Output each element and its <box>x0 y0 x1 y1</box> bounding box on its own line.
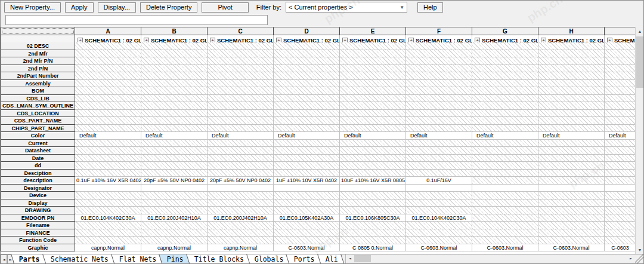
grid-cell[interactable] <box>75 95 141 103</box>
grid-cell[interactable]: Default <box>75 132 141 140</box>
grid-cell[interactable]: 10uF ±10% 16V X5R 0805 <box>340 177 406 185</box>
grid-cell[interactable] <box>75 65 141 73</box>
grid-cell[interactable] <box>538 42 605 50</box>
new-property-button[interactable]: New Property... <box>4 2 61 13</box>
grid-cell[interactable] <box>340 147 406 155</box>
grid-cell[interactable] <box>538 65 605 73</box>
grid-cell[interactable] <box>538 229 605 237</box>
grid-cell[interactable] <box>472 192 538 199</box>
grid-cell[interactable] <box>472 222 538 229</box>
column-header-E[interactable]: E <box>340 27 406 35</box>
apply-button[interactable]: Apply <box>65 2 94 13</box>
grid-cell[interactable] <box>274 50 340 58</box>
grid-cell[interactable] <box>406 147 472 155</box>
grid-cell[interactable] <box>605 207 636 214</box>
column-header-D[interactable]: D <box>274 27 340 35</box>
grid-cell[interactable] <box>340 192 406 199</box>
grid-cell[interactable]: C 0805 0.Normal <box>340 244 406 252</box>
grid-cell[interactable] <box>605 102 636 110</box>
grid-cell[interactable]: Default <box>538 132 605 140</box>
grid-cell[interactable]: Default <box>406 132 472 140</box>
grid-cell[interactable] <box>340 57 406 65</box>
grid-cell[interactable] <box>472 95 538 103</box>
grid-cell[interactable] <box>75 42 141 50</box>
row-header[interactable]: 2nd Mfr <box>1 50 75 58</box>
grid-cell[interactable] <box>75 57 141 65</box>
grid-cell[interactable] <box>472 140 538 148</box>
grid-cell[interactable] <box>340 237 406 244</box>
grid-cell[interactable] <box>75 80 141 88</box>
grid-cell[interactable] <box>340 162 406 170</box>
grid-cell[interactable] <box>605 72 636 80</box>
row-header[interactable]: Date <box>1 155 75 162</box>
grid-cell[interactable] <box>605 177 636 185</box>
grid-cell[interactable] <box>75 72 141 80</box>
grid-cell[interactable]: C-0603.Normal <box>472 244 538 252</box>
grid-cell[interactable] <box>141 237 208 244</box>
grid-cell[interactable] <box>208 140 274 148</box>
grid-cell[interactable] <box>605 155 636 162</box>
grid-cell[interactable] <box>274 170 340 177</box>
grid-cell[interactable] <box>75 185 141 192</box>
grid-cell[interactable] <box>141 162 208 170</box>
grid-cell[interactable] <box>208 72 274 80</box>
grid-cell[interactable] <box>340 50 406 58</box>
grid-cell[interactable] <box>208 87 274 95</box>
grid-cell[interactable] <box>340 199 406 207</box>
row-header[interactable]: Graphic <box>1 244 75 252</box>
grid-cell[interactable] <box>605 199 636 207</box>
grid-cell[interactable] <box>208 50 274 58</box>
grid-cell[interactable] <box>538 214 605 222</box>
grid-cell[interactable] <box>340 140 406 148</box>
grid-cell[interactable] <box>605 65 636 73</box>
grid-cell[interactable]: 20pF ±5% 50V NP0 0402 <box>208 177 274 185</box>
grid-cell[interactable] <box>472 155 538 162</box>
grid-cell[interactable] <box>274 162 340 170</box>
grid-cell[interactable] <box>472 117 538 125</box>
column-header-G[interactable]: G <box>472 27 538 35</box>
row-header[interactable]: Color <box>1 132 75 140</box>
grid-cell[interactable] <box>406 140 472 148</box>
grid-cell[interactable] <box>605 162 636 170</box>
grid-cell[interactable] <box>141 192 208 199</box>
grid-cell[interactable] <box>472 185 538 192</box>
grid-cell[interactable]: 01.EC0.200J402H10A <box>141 214 208 222</box>
grid-cell[interactable] <box>208 125 274 133</box>
grid-cell[interactable] <box>472 102 538 110</box>
grid-cell[interactable] <box>208 199 274 207</box>
grid-cell[interactable] <box>141 110 208 118</box>
grid-cell[interactable] <box>472 170 538 177</box>
grid-cell[interactable] <box>605 95 636 103</box>
horizontal-scrollbar-track[interactable] <box>371 254 627 264</box>
grid-cell[interactable] <box>472 214 538 222</box>
grid-cell[interactable] <box>340 72 406 80</box>
grid-cell[interactable] <box>274 80 340 88</box>
grid-cell[interactable] <box>274 155 340 162</box>
tab-globals[interactable]: Globals <box>246 254 292 264</box>
grid-cell[interactable] <box>472 110 538 118</box>
grid-cell[interactable] <box>472 50 538 58</box>
grid-cell[interactable] <box>141 170 208 177</box>
row-header[interactable]: FINANCE <box>1 229 75 237</box>
row-header[interactable]: Device <box>1 192 75 199</box>
grid-cell[interactable] <box>538 177 605 185</box>
tab-flat-nets[interactable]: Flat Nets <box>111 254 165 264</box>
row-header[interactable]: Assembly <box>1 80 75 88</box>
grid-cell[interactable]: 01.EC0.106K805C30A <box>340 214 406 222</box>
column-header-B[interactable]: B <box>141 27 208 35</box>
grid-cell[interactable] <box>472 207 538 214</box>
grid-cell[interactable] <box>406 170 472 177</box>
grid-cell[interactable] <box>472 87 538 95</box>
grid-cell[interactable] <box>472 237 538 244</box>
grid-cell[interactable] <box>274 57 340 65</box>
grid-cell[interactable] <box>472 177 538 185</box>
grid-cell[interactable] <box>472 65 538 73</box>
grid-cell[interactable] <box>75 110 141 118</box>
column-header-A[interactable]: A <box>75 27 141 35</box>
grid-cell[interactable]: C-0603.Normal <box>406 244 472 252</box>
grid-cell[interactable] <box>75 162 141 170</box>
grid-cell[interactable] <box>538 87 605 95</box>
grid-cell[interactable] <box>605 192 636 199</box>
grid-cell[interactable] <box>141 207 208 214</box>
grid-cell[interactable] <box>340 42 406 50</box>
